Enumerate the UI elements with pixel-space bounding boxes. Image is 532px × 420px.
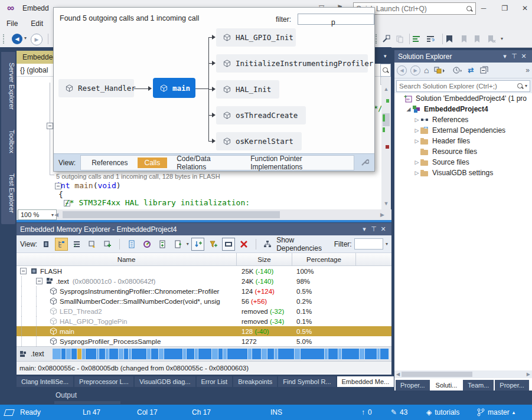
panel-tab-find-symbol-r[interactable]: Find Symbol R... <box>278 376 335 387</box>
window-menu-icon[interactable]: ▾ <box>500 52 510 60</box>
memory-segment[interactable] <box>223 349 227 359</box>
tab-list-dropdown-icon[interactable]: ▾ <box>384 53 387 59</box>
compare-old-view-button[interactable] <box>86 238 99 251</box>
copy-disabled-button[interactable] <box>394 34 405 44</box>
expand-icon[interactable]: ▷ <box>413 127 420 133</box>
view-tab-function-pointer-implementations[interactable]: Function Pointer Implementations <box>243 153 350 172</box>
branch-indicator[interactable]: master ▴ <box>477 405 515 420</box>
snapshot-dropdown-icon[interactable]: ▾ <box>187 241 189 247</box>
memory-segment[interactable] <box>124 349 128 359</box>
pin-icon[interactable]: ⊤ <box>510 52 519 60</box>
pending-changes-filter-button[interactable] <box>451 64 464 77</box>
bookmark-button[interactable] <box>444 34 455 44</box>
memory-segment[interactable] <box>99 349 105 359</box>
collapse-icon[interactable]: ◢ <box>405 106 412 112</box>
memory-segment[interactable] <box>129 349 132 359</box>
close-panel-icon[interactable]: ✕ <box>519 52 528 60</box>
wrench-icon[interactable] <box>358 156 371 169</box>
expand-icon[interactable]: ▷ <box>413 117 420 123</box>
profiler-button[interactable] <box>141 238 154 251</box>
memory-segment[interactable] <box>195 349 198 359</box>
toolbar-overflow-icon-2[interactable]: ▾ <box>501 36 503 41</box>
incoming-commits-indicator[interactable]: ↑ 0 <box>361 405 372 420</box>
memory-segment[interactable] <box>212 349 218 359</box>
outline-collapse-box[interactable] <box>47 123 53 129</box>
tree-item-references[interactable]: ▷References <box>394 114 532 125</box>
home-icon[interactable]: ⌂ <box>424 65 429 75</box>
panel-tab-team[interactable]: Team... <box>463 380 494 391</box>
expand-icon[interactable]: ▷ <box>413 138 420 144</box>
memory-segment[interactable] <box>151 349 158 359</box>
memory-segment[interactable] <box>97 349 99 359</box>
panel-tab-embedded-me[interactable]: Embedded Me... <box>337 376 394 387</box>
memory-segment[interactable] <box>82 349 85 359</box>
memory-segment[interactable] <box>338 349 341 359</box>
hscroll-right-icon[interactable]: ▶ <box>525 372 532 377</box>
memory-segment[interactable] <box>61 349 66 359</box>
memory-row-smallnumbercoder-smallnumbercoder-void-u[interactable]: SmallNumberCoder::SmallNumberCoder(void*… <box>17 296 391 306</box>
memory-segment[interactable] <box>183 349 186 359</box>
memory-segment[interactable] <box>248 349 252 359</box>
memory-segment[interactable] <box>106 349 109 359</box>
panel-tab-soluti[interactable]: Soluti... <box>431 380 462 391</box>
toolbar-overflow-icon[interactable]: » <box>526 66 530 74</box>
memory-segment[interactable] <box>360 349 364 359</box>
panel-tab-error-list[interactable]: Error List <box>197 376 233 387</box>
word-wrap-button[interactable] <box>425 34 436 44</box>
tree-item-embeddedproject4[interactable]: ◢EmbeddedProject4 <box>394 104 532 114</box>
memory-filter-input[interactable] <box>354 238 383 250</box>
graph-node-hal_init[interactable]: HAL_Init <box>216 80 279 99</box>
show-dependencies-toggle[interactable]: Show Dependencies <box>276 236 322 252</box>
navigate-back-button[interactable]: ◀ <box>12 34 22 44</box>
hscroll-thumb[interactable] <box>402 372 472 377</box>
sidebar-tab-toolbox[interactable]: Toolbox <box>1 119 15 164</box>
hscroll-left-icon[interactable]: ◀ <box>394 372 402 377</box>
graph-node-hal_gpio_init[interactable]: HAL_GPIO_Init <box>216 28 296 47</box>
memory-map-view-button[interactable] <box>40 238 53 251</box>
memory-segment[interactable] <box>227 349 247 359</box>
memory-segment[interactable] <box>380 349 389 359</box>
memory-explorer-titlebar[interactable]: Embedded Memory Explorer - EmbeddedProje… <box>17 223 391 235</box>
panel-tab-clang-intellise[interactable]: Clang IntelliSe... <box>17 376 73 387</box>
memory-row-sysprogsinstrumentingprofiler-chronomete[interactable]: SysprogsInstrumentingProfiler::Chronomet… <box>17 286 391 296</box>
memory-segment[interactable] <box>147 349 151 359</box>
graph-node-initializeinstrumentingprofiler[interactable]: InitializeInstrumentingProfiler <box>216 54 368 73</box>
memory-segment[interactable] <box>262 349 267 359</box>
collapse-all-button[interactable] <box>478 64 491 77</box>
memory-segment[interactable] <box>275 349 278 359</box>
sync-with-active-document-icon[interactable]: ⇄ <box>468 66 474 74</box>
output-panel-tab[interactable]: Output <box>56 391 77 399</box>
panel-tab-breakpoints[interactable]: Breakpoints <box>233 376 277 387</box>
memory-segment[interactable] <box>71 349 77 359</box>
forward-button[interactable]: ▶ <box>410 65 420 76</box>
hscroll-thumb[interactable] <box>63 211 280 218</box>
switch-views-button[interactable] <box>432 64 448 77</box>
indent-guides-button[interactable] <box>411 34 422 44</box>
compare-new-view-button[interactable] <box>101 238 114 251</box>
panel-tab-preprocessor-l[interactable]: Preprocessor L... <box>74 376 133 387</box>
memory-segment[interactable] <box>159 349 164 359</box>
column-header-name[interactable]: Name <box>17 253 237 265</box>
memory-row-main[interactable]: main128 (-40)0.5% <box>17 326 391 336</box>
sidebar-tab-test-explorer[interactable]: Test Explorer <box>1 163 15 224</box>
memory-segment[interactable] <box>365 349 376 359</box>
memory-row-hal-gpio-togglepin[interactable]: HAL_GPIO_TogglePinremoved (-34)0.1% <box>17 316 391 326</box>
toolbar-overflow-icon-3[interactable]: ▾ <box>386 241 388 247</box>
memory-segment[interactable] <box>328 349 338 359</box>
memory-segment[interactable] <box>301 349 324 359</box>
editor-vertical-scrollbar[interactable] <box>381 77 391 209</box>
navigate-back-dropdown[interactable]: ▾ <box>24 35 27 41</box>
navigate-forward-button[interactable]: ▶ <box>31 34 43 45</box>
memory-row-text[interactable]: .text(0x080001c0 - 0x0800642f)24K (-140)… <box>17 276 391 286</box>
memory-segment[interactable] <box>198 349 211 359</box>
memory-segment[interactable] <box>53 349 61 359</box>
memory-segment[interactable] <box>278 349 293 359</box>
expand-icon[interactable]: ▷ <box>413 170 420 176</box>
window-menu-icon[interactable]: ▾ <box>360 225 369 233</box>
memory-segment[interactable] <box>119 349 123 359</box>
show-memory-bar-button[interactable] <box>222 238 235 251</box>
solution-explorer-titlebar[interactable]: Solution Explorer ▾ ⊤ ✕ <box>394 50 532 63</box>
collapse-icon[interactable] <box>36 278 43 284</box>
memory-segment[interactable] <box>377 349 380 359</box>
memory-segment[interactable] <box>295 349 300 359</box>
